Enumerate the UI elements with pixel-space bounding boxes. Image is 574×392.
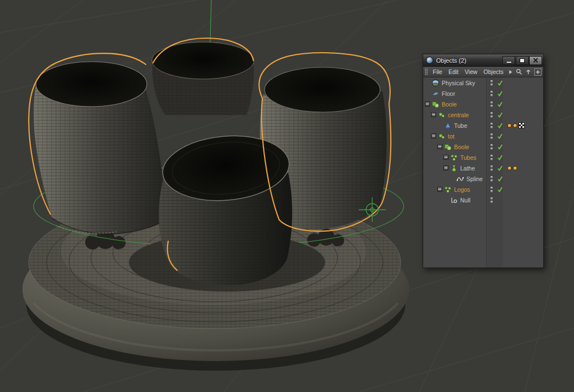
tree-row-centrale[interactable]: centrale	[423, 109, 543, 120]
render-visibility-dot[interactable]	[490, 190, 493, 192]
object-label: Boole	[442, 101, 457, 108]
tree-row-tubes[interactable]: Tubes	[423, 152, 543, 163]
menu-item-file[interactable]: File	[433, 68, 442, 75]
visibility-dots[interactable]	[488, 133, 496, 139]
boole-icon	[432, 100, 439, 108]
enabled-check-icon[interactable]	[496, 90, 504, 97]
render-visibility-dot[interactable]	[490, 179, 493, 182]
editor-visibility-dot[interactable]	[490, 91, 493, 93]
enabled-check-icon[interactable]	[496, 144, 504, 150]
visibility-dots[interactable]	[488, 91, 496, 96]
render-visibility-dot[interactable]	[490, 137, 493, 139]
object-entry: Null	[423, 196, 486, 204]
visibility-dots[interactable]	[488, 123, 496, 128]
menu-overflow-arrow-icon[interactable]	[508, 70, 513, 75]
tree-row-physical-sky[interactable]: Physical Sky	[423, 77, 543, 88]
panel-grip[interactable]	[425, 68, 428, 75]
editor-visibility-dot[interactable]	[490, 176, 493, 178]
enabled-check-icon[interactable]	[496, 197, 504, 204]
collapse-expander-icon[interactable]	[437, 144, 442, 149]
enabled-check-icon[interactable]	[496, 165, 504, 172]
editor-visibility-dot[interactable]	[490, 187, 493, 189]
render-visibility-dot[interactable]	[490, 147, 493, 150]
render-visibility-dot[interactable]	[490, 105, 493, 107]
minimize-button[interactable]	[502, 56, 515, 65]
visibility-dots[interactable]	[488, 165, 496, 171]
editor-visibility-dot[interactable]	[490, 112, 493, 114]
editor-visibility-dot[interactable]	[490, 165, 493, 168]
tree-row-boole[interactable]: Boole	[423, 141, 543, 152]
object-tags	[507, 166, 517, 170]
tree-row-tot[interactable]: tot	[423, 131, 543, 141]
editor-visibility-dot[interactable]	[490, 133, 493, 136]
up-arrow-icon[interactable]	[525, 69, 531, 75]
render-visibility-dot[interactable]	[490, 126, 493, 128]
editor-visibility-dot[interactable]	[490, 80, 493, 82]
material-tag-icon[interactable]	[513, 123, 517, 128]
tree-row-lathe[interactable]: Lathe	[423, 163, 543, 173]
editor-visibility-dot[interactable]	[490, 197, 493, 200]
render-visibility-dot[interactable]	[490, 201, 493, 203]
enabled-check-icon[interactable]	[496, 122, 504, 129]
collapse-expander-icon[interactable]	[443, 155, 448, 160]
objects-panel: Objects (2) FileEditViewObjects	[423, 54, 544, 268]
enabled-check-icon[interactable]	[496, 133, 504, 140]
editor-visibility-dot[interactable]	[490, 144, 493, 146]
null-icon	[450, 196, 458, 204]
render-visibility-dot[interactable]	[490, 158, 493, 160]
tree-row-spline[interactable]: Spline	[423, 173, 543, 184]
group-icon	[438, 132, 446, 140]
visibility-dots[interactable]	[488, 187, 496, 192]
tree-row-tube[interactable]: Tube	[423, 120, 543, 131]
visibility-dots[interactable]	[488, 112, 496, 118]
close-button[interactable]	[529, 56, 542, 65]
objects-panel-menubar: FileEditViewObjects	[423, 67, 543, 77]
visibility-dots[interactable]	[488, 80, 496, 86]
add-icon[interactable]	[534, 68, 541, 76]
visibility-dots[interactable]	[488, 102, 496, 107]
render-visibility-dot[interactable]	[490, 169, 493, 171]
texture-tag-icon[interactable]	[519, 122, 525, 128]
collapse-expander-icon[interactable]	[431, 112, 436, 117]
render-visibility-dot[interactable]	[490, 94, 493, 96]
enabled-check-icon[interactable]	[496, 186, 504, 193]
tree-row-logos[interactable]: Logos	[423, 184, 543, 195]
visibility-dots[interactable]	[488, 197, 496, 203]
editor-visibility-dot[interactable]	[490, 102, 493, 104]
material-tag-icon[interactable]	[507, 123, 512, 128]
menu-item-edit[interactable]: Edit	[448, 68, 459, 75]
enabled-check-icon[interactable]	[496, 154, 504, 161]
tree-row-boole[interactable]: Boole	[423, 99, 543, 109]
visibility-dots[interactable]	[488, 155, 496, 160]
render-visibility-dot[interactable]	[490, 84, 493, 86]
collapse-expander-icon[interactable]	[425, 102, 430, 107]
enabled-check-icon[interactable]	[496, 101, 504, 108]
render-visibility-dot[interactable]	[490, 116, 493, 118]
object-label: centrale	[448, 112, 469, 118]
objects-panel-titlebar[interactable]: Objects (2)	[423, 54, 543, 67]
enabled-check-icon[interactable]	[496, 80, 504, 86]
menu-item-objects[interactable]: Objects	[484, 68, 504, 75]
tube-left[interactable]	[34, 62, 167, 234]
material-tag-icon[interactable]	[513, 166, 517, 170]
search-icon[interactable]	[516, 68, 522, 75]
collapse-expander-icon[interactable]	[431, 133, 436, 139]
editor-visibility-dot[interactable]	[490, 123, 493, 125]
visibility-dots[interactable]	[488, 176, 496, 182]
enabled-check-icon[interactable]	[496, 112, 504, 118]
collapse-expander-icon[interactable]	[443, 165, 448, 170]
array-icon	[450, 154, 458, 162]
tree-row-floor[interactable]: Floor	[423, 88, 543, 99]
object-entry: Tubes	[423, 154, 486, 162]
tree-row-null[interactable]: Null	[423, 195, 543, 205]
material-tag-icon[interactable]	[507, 166, 512, 170]
visibility-dots[interactable]	[488, 144, 496, 150]
maximize-button[interactable]	[516, 56, 529, 65]
collapse-expander-icon[interactable]	[437, 187, 442, 192]
editor-visibility-dot[interactable]	[490, 155, 493, 157]
maximize-icon	[520, 58, 525, 63]
objects-panel-app-icon	[426, 57, 433, 64]
tube-back[interactable]	[152, 42, 254, 115]
menu-item-view[interactable]: View	[465, 68, 478, 75]
enabled-check-icon[interactable]	[496, 176, 504, 182]
